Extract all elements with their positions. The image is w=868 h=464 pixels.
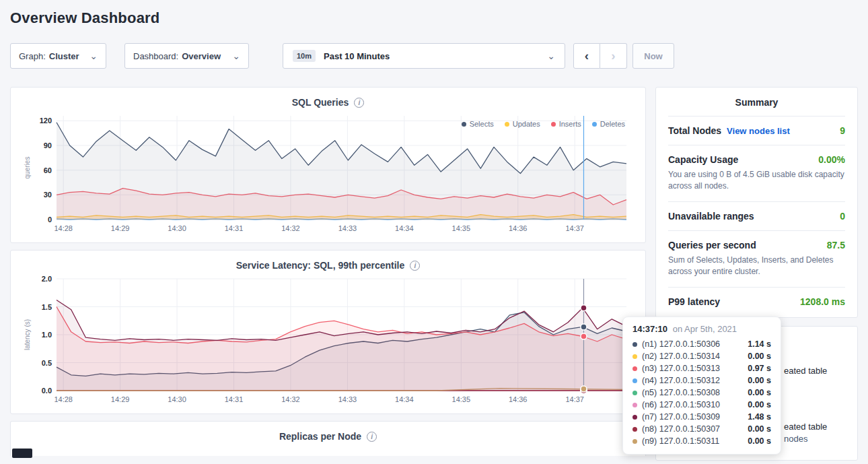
axis-tooltip — [12, 449, 32, 458]
total-nodes-label: Total Nodes — [668, 125, 721, 136]
svg-text:14:36: 14:36 — [509, 395, 528, 403]
time-prev-button[interactable]: ‹ — [573, 43, 600, 69]
node-latency-value: 0.00 s — [748, 388, 771, 397]
svg-text:14:31: 14:31 — [225, 395, 244, 403]
controls-bar: Graph: Cluster ⌄ Dashboard: Overview ⌄ 1… — [10, 43, 858, 69]
dashboard-dropdown-label: Dashboard: — [133, 51, 178, 61]
chevron-left-icon: ‹ — [585, 48, 589, 63]
overview-dashboard-page: Overview Dashboard Graph: Cluster ⌄ Dash… — [0, 0, 868, 464]
svg-text:14:29: 14:29 — [111, 224, 130, 232]
qps-description: Sum of Selects, Updates, Inserts, and De… — [668, 255, 845, 278]
legend-label: Selects — [470, 120, 494, 128]
sql-queries-chart[interactable]: 030609012014:2814:2914:3014:3114:3214:33… — [22, 110, 635, 237]
tooltip-node-row: (n6) 127.0.0.1:50310 0.00 s — [632, 399, 771, 411]
node-address: (n4) 127.0.0.1:50312 — [642, 376, 720, 385]
node-color-dot — [632, 439, 637, 444]
service-latency-chart[interactable]: 0.00.51.01.52.014:2814:2914:3014:3114:32… — [22, 273, 635, 408]
legend-item[interactable]: Deletes — [592, 120, 625, 128]
chevron-down-icon: ⌄ — [89, 51, 98, 61]
info-icon[interactable]: i — [410, 261, 420, 271]
node-address: (n9) 127.0.0.1:50311 — [642, 436, 719, 446]
node-address: (n2) 127.0.0.1:50314 — [642, 352, 720, 361]
node-color-dot — [632, 415, 637, 420]
capacity-usage-description: You are using 0 B of 4.5 GiB usable disk… — [668, 169, 845, 193]
dashboard-dropdown[interactable]: Dashboard: Overview ⌄ — [124, 43, 249, 69]
legend-item[interactable]: Selects — [462, 120, 494, 128]
tooltip-date: on Apr 5th, 2021 — [673, 324, 737, 334]
chevron-down-icon: ⌄ — [232, 51, 240, 61]
svg-text:1.5: 1.5 — [42, 303, 52, 311]
svg-text:0.5: 0.5 — [42, 359, 52, 367]
svg-text:60: 60 — [44, 166, 52, 174]
node-color-dot — [632, 342, 637, 347]
node-latency-value: 0.00 s — [748, 352, 771, 361]
legend-label: Inserts — [559, 120, 581, 128]
graph-dropdown-label: Graph: — [19, 51, 46, 61]
chart-title-row: Replicas per Node i — [22, 431, 635, 442]
svg-text:14:35: 14:35 — [452, 224, 471, 232]
svg-text:14:34: 14:34 — [395, 395, 414, 403]
summary-row-total-nodes: Total Nodes View nodes list 9 — [668, 116, 845, 145]
dashboard-dropdown-value: Overview — [182, 51, 221, 61]
sql-queries-chart-title: SQL Queries — [292, 97, 349, 108]
replicas-chart-title: Replicas per Node — [279, 431, 361, 442]
node-color-dot — [632, 391, 637, 395]
svg-text:14:37: 14:37 — [565, 224, 584, 232]
tooltip-node-row: (n4) 127.0.0.1:50312 0.00 s — [632, 374, 771, 387]
chevron-down-icon: ⌄ — [547, 51, 555, 61]
sql-queries-panel: SQL Queries i Selects Updates Inserts — [10, 87, 646, 243]
time-range-badge: 10m — [293, 50, 316, 62]
now-button[interactable]: Now — [632, 43, 674, 69]
svg-text:14:31: 14:31 — [225, 224, 244, 232]
svg-text:120: 120 — [40, 117, 52, 125]
tooltip-header: 14:37:10 on Apr 5th, 2021 — [632, 324, 771, 334]
legend-dot — [551, 122, 556, 127]
svg-text:0.0: 0.0 — [42, 387, 52, 395]
chevron-right-icon: › — [611, 48, 615, 63]
node-color-dot — [632, 366, 637, 371]
svg-text:14:28: 14:28 — [54, 224, 73, 232]
node-color-dot — [632, 427, 637, 432]
node-latency-value: 1.48 s — [748, 412, 771, 422]
time-next-button[interactable]: › — [600, 43, 627, 69]
graph-dropdown[interactable]: Graph: Cluster ⌄ — [10, 43, 106, 69]
tooltip-node-row: (n7) 127.0.0.1:50309 1.48 s — [632, 411, 771, 423]
graph-dropdown-value: Cluster — [49, 51, 79, 61]
svg-text:14:33: 14:33 — [338, 395, 357, 403]
svg-text:90: 90 — [44, 141, 52, 150]
svg-text:14:35: 14:35 — [452, 395, 471, 403]
summary-row-p99: P99 latency 1208.0 ms — [668, 287, 845, 316]
chart-title-row: SQL Queries i — [22, 97, 635, 108]
event-item[interactable]: eated table — [784, 422, 827, 432]
svg-text:14:30: 14:30 — [168, 395, 186, 403]
summary-panel: Summary Total Nodes View nodes list 9 Ca… — [655, 87, 858, 318]
node-latency-value: 0.00 s — [748, 400, 771, 409]
sql-queries-legend: Selects Updates Inserts Deletes — [462, 120, 625, 128]
event-item[interactable]: eated table — [784, 366, 827, 376]
unavailable-ranges-value: 0 — [840, 211, 845, 222]
queries-per-second-value: 87.5 — [827, 240, 845, 251]
node-address: (n6) 127.0.0.1:50310 — [642, 400, 720, 409]
legend-dot — [505, 122, 509, 127]
info-icon[interactable]: i — [354, 98, 364, 108]
svg-text:14:29: 14:29 — [111, 395, 130, 403]
time-range-picker[interactable]: 10m Past 10 Minutes ⌄ — [283, 43, 565, 69]
legend-item[interactable]: Updates — [505, 120, 540, 128]
legend-item[interactable]: Inserts — [551, 120, 581, 128]
tooltip-node-row: (n3) 127.0.0.1:50313 0.97 s — [632, 362, 771, 374]
view-nodes-list-link[interactable]: View nodes list — [727, 126, 790, 136]
chart-title-row: Service Latency: SQL, 99th percentile i — [22, 260, 635, 271]
node-address: (n8) 127.0.0.1:50307 — [642, 424, 720, 434]
info-icon[interactable]: i — [367, 432, 377, 442]
queries-per-second-label: Queries per second — [668, 240, 756, 251]
tooltip-node-row: (n2) 127.0.0.1:50314 0.00 s — [632, 350, 771, 362]
legend-dot — [592, 122, 597, 127]
p99-latency-value: 1208.0 ms — [800, 296, 845, 307]
node-color-dot — [632, 403, 637, 407]
node-address: (n3) 127.0.0.1:50313 — [642, 364, 720, 373]
svg-text:0: 0 — [48, 216, 52, 224]
summary-row-qps: Queries per second 87.5 Sum of Selects, … — [668, 230, 845, 287]
node-color-dot — [632, 378, 637, 383]
event-item-secondary: nodes — [784, 434, 807, 444]
tooltip-node-row: (n9) 127.0.0.1:50311 0.00 s — [632, 435, 771, 447]
